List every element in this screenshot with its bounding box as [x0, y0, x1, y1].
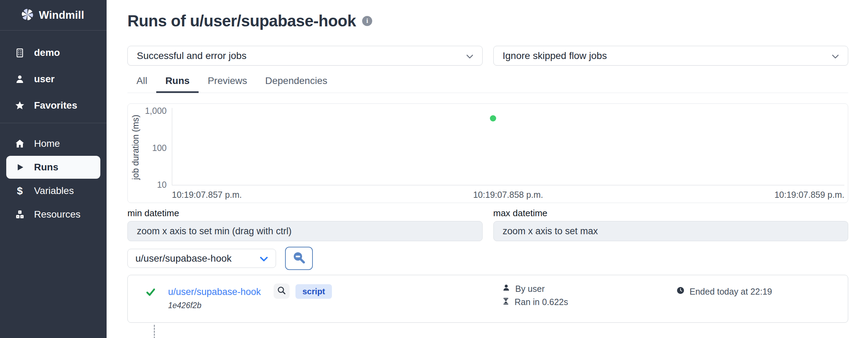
windmill-logo-icon	[21, 8, 34, 23]
star-icon	[14, 100, 26, 111]
play-icon	[14, 162, 26, 172]
job-kind-tabs: All Runs Previews Dependencies	[127, 73, 848, 93]
path-filter-value: u/user/supabase-hook	[135, 253, 232, 264]
run-by-text: By user	[515, 284, 545, 294]
job-kind-badge: script	[295, 284, 332, 299]
sidebar-item-resources[interactable]: Resources	[6, 203, 100, 226]
page-title: Runs of u/user/supabase-hook	[127, 11, 356, 30]
sidebar-item-home[interactable]: Home	[6, 132, 100, 155]
run-data-point[interactable]	[490, 115, 496, 121]
chevron-down-icon	[260, 253, 268, 264]
home-label: Home	[34, 138, 60, 149]
info-icon[interactable]: i	[362, 16, 372, 26]
y-tick: 100	[128, 143, 167, 153]
user-icon	[14, 74, 26, 84]
favorites-label: Favorites	[34, 100, 77, 111]
chart-x-ticks: 10:19:07.857 p.m. 10:19:07.858 p.m. 10:1…	[172, 190, 844, 200]
page-header: Runs of u/user/supabase-hook i	[127, 11, 848, 30]
home-icon	[14, 138, 26, 149]
person-icon	[502, 284, 510, 294]
main-content: Runs of u/user/supabase-hook i Successfu…	[107, 0, 868, 338]
sidebar: Windmill demo user	[0, 0, 107, 338]
x-tick: 10:19:07.859 p.m.	[774, 190, 844, 200]
tab-dependencies[interactable]: Dependencies	[256, 73, 336, 93]
dollar-icon: $	[14, 185, 26, 197]
skip-filter-value: Ignore skipped flow jobs	[503, 50, 607, 61]
tab-runs[interactable]: Runs	[156, 73, 199, 93]
datetime-filter-row: min datetime max datetime	[127, 208, 848, 241]
min-datetime-label: min datetime	[127, 208, 483, 219]
user-label: user	[34, 74, 55, 85]
variables-label: Variables	[34, 185, 74, 196]
brand[interactable]: Windmill	[0, 0, 107, 31]
run-by-line: By user	[502, 284, 568, 294]
min-datetime-group: min datetime	[127, 208, 483, 241]
y-tick: 10	[128, 180, 167, 190]
max-datetime-label: max datetime	[493, 208, 849, 219]
building-icon	[14, 48, 26, 58]
sidebar-item-variables[interactable]: $ Variables	[6, 179, 100, 202]
run-list-item[interactable]: u/user/supabase-hook script 1e426f2b By …	[127, 275, 848, 323]
sidebar-item-user[interactable]: user	[0, 66, 107, 92]
sidebar-item-workspace[interactable]: demo	[0, 40, 107, 66]
brand-name: Windmill	[39, 9, 84, 22]
chart-plot-area[interactable]	[172, 108, 844, 185]
duration-chart[interactable]: job duration (ms) 1,000 100 10 10:19:07.…	[127, 103, 848, 203]
job-filter-row: Successful and error jobs Ignore skipped…	[127, 46, 848, 66]
chevron-down-icon	[466, 50, 473, 61]
min-datetime-input[interactable]	[127, 221, 483, 241]
y-tick: 1,000	[128, 106, 167, 116]
clock-icon	[676, 286, 685, 297]
status-filter-value: Successful and error jobs	[137, 50, 247, 61]
tab-all[interactable]: All	[127, 73, 156, 93]
sidebar-item-runs[interactable]: Runs	[6, 156, 100, 179]
run-duration-line: Ran in 0.622s	[502, 297, 568, 307]
run-ended-text: Ended today at 22:19	[690, 287, 772, 297]
run-id: 1e426f2b	[168, 301, 201, 310]
timeline-connector	[154, 325, 155, 338]
x-tick: 10:19:07.857 p.m.	[172, 190, 242, 200]
nav-group: Home Runs $ Variables	[0, 123, 107, 226]
run-duration-text: Ran in 0.622s	[515, 297, 568, 307]
workspace-group: demo user Favorites	[0, 31, 107, 119]
inspect-run-button[interactable]	[274, 284, 290, 299]
runs-label: Runs	[34, 162, 58, 173]
magnifier-icon	[277, 286, 286, 296]
run-ended-line: Ended today at 22:19	[676, 286, 772, 297]
max-datetime-group: max datetime	[493, 208, 849, 241]
zoom-out-search-icon	[292, 251, 306, 267]
max-datetime-input[interactable]	[493, 221, 849, 241]
path-filter-row: u/user/supabase-hook	[127, 247, 848, 270]
run-meta: By user Ran in 0.622s	[502, 284, 568, 307]
workspace-label: demo	[34, 47, 60, 58]
chevron-down-icon	[832, 50, 839, 61]
run-path-link[interactable]: u/user/supabase-hook	[168, 287, 261, 297]
path-filter-select[interactable]: u/user/supabase-hook	[127, 249, 276, 268]
tab-previews[interactable]: Previews	[199, 73, 256, 93]
success-check-icon	[145, 287, 156, 299]
cubes-icon	[14, 209, 26, 220]
hourglass-icon	[502, 297, 510, 307]
resources-label: Resources	[34, 209, 81, 220]
sidebar-item-favorites[interactable]: Favorites	[0, 92, 107, 119]
search-jobs-button[interactable]	[285, 247, 313, 270]
status-filter-select[interactable]: Successful and error jobs	[127, 46, 483, 66]
x-tick: 10:19:07.858 p.m.	[473, 190, 543, 200]
skip-filter-select[interactable]: Ignore skipped flow jobs	[493, 46, 849, 66]
